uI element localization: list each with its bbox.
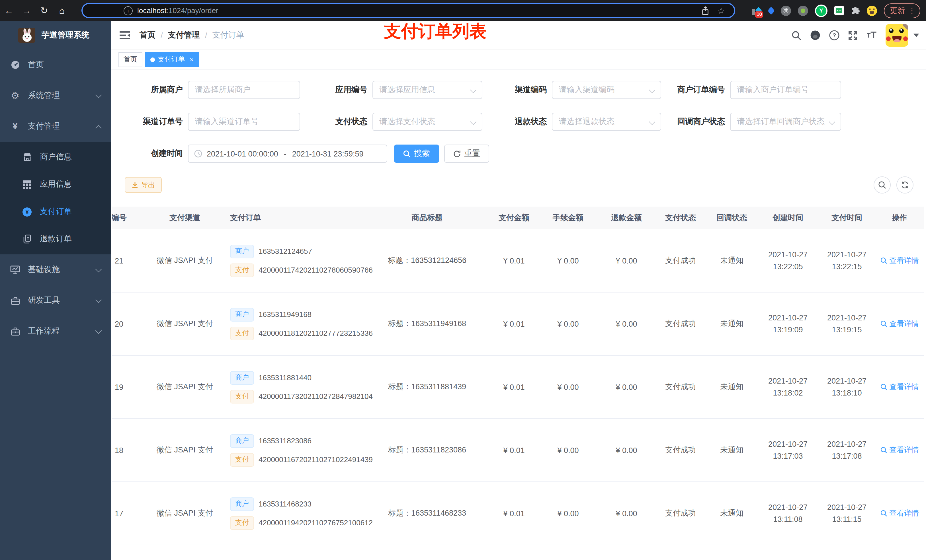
search-button[interactable]: 搜索 — [394, 145, 439, 163]
sidebar-item-app-info[interactable]: 应用信息 — [0, 171, 111, 198]
table-body: 21 微信 JSAPI 支付 商户 1635312124657 支付 42000… — [112, 229, 924, 560]
order-numbers: 商户 1635311823086 支付 42000011672021102710… — [225, 419, 365, 482]
refund-amount: ¥ 0.00 — [598, 482, 655, 545]
tag-home[interactable]: 首页 — [118, 52, 142, 67]
order-id: 20 — [112, 293, 145, 355]
extension-icon-chat[interactable] — [834, 6, 844, 15]
avatar-caret-down-icon[interactable] — [914, 33, 919, 37]
extension-icon-y[interactable]: Y — [815, 4, 828, 17]
refund-status-select[interactable]: 请选择退款状态 — [552, 113, 661, 131]
reload-icon[interactable]: ↻ — [35, 5, 53, 16]
view-detail-link[interactable]: 查看详情 — [875, 356, 924, 418]
search-icon — [878, 181, 886, 189]
avatar[interactable] — [885, 24, 908, 47]
url-bar[interactable]: i localhost:1024/pay/order ☆ — [82, 3, 735, 18]
search-icon[interactable] — [787, 30, 806, 40]
extension-icon-green-dot[interactable] — [798, 5, 808, 16]
hamburger-fold-icon[interactable] — [120, 31, 130, 40]
pay-status: 支付成功 — [655, 419, 706, 482]
home-icon[interactable]: ⌂ — [53, 5, 71, 16]
extensions-puzzle-icon[interactable] — [851, 6, 860, 15]
download-icon — [132, 181, 138, 189]
extension-icon-badge[interactable]: 10 — [752, 6, 761, 15]
product-title — [365, 545, 490, 560]
logo[interactable]: 芋道管理系统 — [0, 21, 111, 50]
date-range-input[interactable]: 2021-10-01 00:00:00 - 2021-10-31 23:59:5… — [188, 145, 387, 163]
col-order: 支付订单 — [225, 207, 365, 229]
product-title: 标题：1635312124656 — [365, 229, 490, 292]
view-detail-link[interactable] — [875, 545, 924, 560]
app-select[interactable]: 请选择应用信息 — [372, 81, 483, 99]
extension-icon-command[interactable]: ⌘ — [781, 5, 791, 16]
font-size-icon[interactable]: TT — [862, 30, 881, 41]
extension-icon-drop[interactable] — [768, 8, 774, 14]
url-text: localhost:1024/pay/order — [137, 6, 218, 15]
export-button[interactable]: 导出 — [125, 177, 162, 193]
notify-status: 未通知 — [706, 356, 757, 418]
merchant-order-no: 1635311881440 — [259, 373, 312, 382]
col-amount: 支付金额 — [490, 207, 538, 229]
chevron-down-icon — [649, 87, 655, 93]
channel-order-no-input[interactable]: 请输入渠道订单号 — [188, 113, 300, 131]
notify-status-select[interactable]: 请选择订单回调商户状态 — [730, 113, 841, 131]
breadcrumb-pay[interactable]: 支付管理 — [168, 30, 200, 41]
profile-emoji-icon[interactable] — [867, 5, 877, 16]
sidebar-item-pay[interactable]: ¥ 支付管理 — [0, 111, 111, 142]
pay-amount: ¥ 0.01 — [490, 419, 538, 482]
share-icon[interactable] — [701, 6, 709, 15]
order-numbers: 商户 1635312124657 支付 42000011742021102780… — [225, 229, 365, 292]
svg-text:?: ? — [832, 32, 836, 38]
toggle-search-button[interactable] — [874, 177, 891, 193]
help-icon[interactable]: ? — [825, 30, 843, 41]
sidebar-item-devtools[interactable]: 研发工具 — [0, 285, 111, 316]
browser-menu-icon[interactable]: ⋮ — [908, 6, 916, 15]
view-detail-link[interactable]: 查看详情 — [875, 293, 924, 355]
chevron-down-icon — [470, 119, 477, 125]
refresh-table-button[interactable] — [896, 177, 914, 193]
pay-order-icon: ¥ — [22, 207, 32, 217]
sidebar-item-infra[interactable]: 基础设施 — [0, 254, 111, 285]
view-detail-link[interactable]: 查看详情 — [875, 419, 924, 482]
pay-status: 支付成功 — [655, 482, 706, 545]
dashboard-icon — [10, 60, 20, 69]
bookmark-star-icon[interactable]: ☆ — [717, 5, 725, 16]
tag-pay-order[interactable]: 支付订单 × — [145, 52, 199, 67]
merchant-input[interactable]: 请选择所属商户 — [188, 81, 300, 99]
forward-icon[interactable]: → — [18, 5, 35, 16]
active-dot — [150, 57, 155, 62]
sidebar-item-pay-order[interactable]: ¥ 支付订单 — [0, 198, 111, 225]
browser-update-button[interactable]: 更新⋮ — [884, 3, 920, 18]
refund-amount: ¥ 0.00 — [598, 419, 655, 482]
sidebar-item-system[interactable]: ⚙ 系统管理 — [0, 80, 111, 111]
create-time — [757, 545, 819, 560]
create-time: 2021-10-2713:17:03 — [757, 419, 819, 482]
close-icon[interactable]: × — [190, 56, 194, 63]
sidebar-item-home[interactable]: 首页 — [0, 50, 111, 80]
product-title: 标题：1635311949168 — [365, 293, 490, 355]
breadcrumb-home[interactable]: 首页 — [139, 30, 156, 41]
pay-status-select[interactable]: 请选择支付状态 — [372, 113, 483, 131]
refund-amount: ¥ 0.00 — [598, 356, 655, 418]
pay-tag: 支付 — [230, 263, 254, 277]
merchant-tag: 商户 — [230, 308, 254, 321]
sidebar-item-merchant-info[interactable]: 商户信息 — [0, 143, 111, 171]
back-icon[interactable]: ← — [0, 5, 18, 16]
reset-button[interactable]: 重置 — [444, 145, 489, 163]
order-channel: 微信 JSAPI 支付 — [145, 356, 225, 418]
channel-order-no: 4200001181202110277723215336 — [259, 329, 373, 338]
view-detail-link[interactable]: 查看详情 — [875, 229, 924, 292]
channel-code-select[interactable]: 请输入渠道编码 — [552, 81, 661, 99]
sidebar-item-refund-order[interactable]: 退款订单 — [0, 225, 111, 253]
sidebar-item-workflow[interactable]: 工作流程 — [0, 316, 111, 347]
info-icon[interactable]: i — [124, 6, 133, 15]
channel-order-no: 4200001194202110276752100612 — [259, 518, 373, 527]
refund-amount: ¥ 0.00 — [598, 293, 655, 355]
refresh-icon — [901, 181, 909, 189]
filter-channel-code: 渠道编码 请输入渠道编码 — [483, 81, 661, 99]
view-detail-link[interactable]: 查看详情 — [875, 482, 924, 545]
github-icon[interactable] — [806, 30, 825, 41]
merchant-order-no-input[interactable]: 请输入商户订单编号 — [730, 81, 841, 99]
shop-icon — [22, 152, 32, 162]
pay-amount: ¥ 0.01 — [490, 482, 538, 545]
fullscreen-icon[interactable] — [843, 30, 862, 40]
